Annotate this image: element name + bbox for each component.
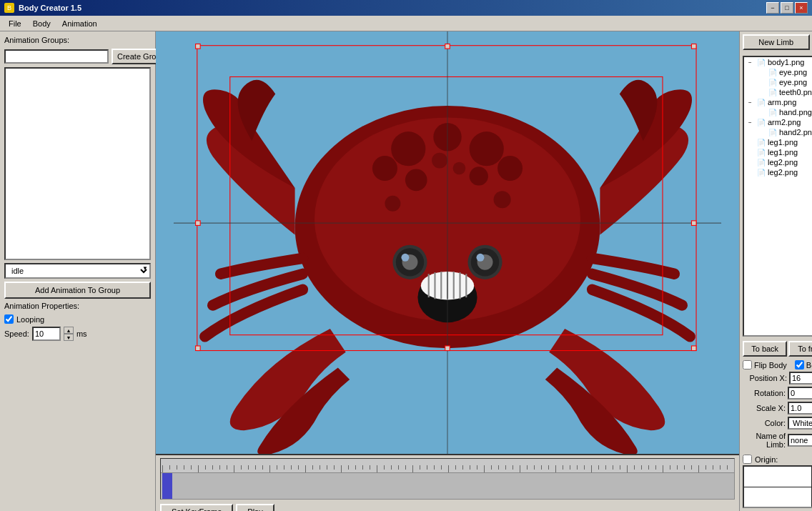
menu-file[interactable]: File	[3, 18, 27, 29]
app-icon: B	[4, 3, 14, 13]
crab-canvas	[156, 31, 739, 454]
looping-checkbox[interactable]	[4, 314, 14, 324]
to-front-button[interactable]: To front	[788, 341, 812, 357]
tree-item-arm2[interactable]: −📄arm2.png	[744, 117, 812, 127]
title-bar: B Body Creator 1.5 − □ ×	[0, 0, 812, 16]
scale-x-group: ▲ ▼	[788, 402, 812, 415]
origin-canvas[interactable]	[743, 465, 812, 508]
tree-item-arm[interactable]: −📄arm.png	[744, 97, 812, 107]
group-list[interactable]	[4, 67, 151, 260]
name-label: Name of Limb:	[743, 432, 786, 449]
to-back-button[interactable]: To back	[743, 341, 787, 357]
tree-view[interactable]: −📄body1.png📄eye.png📄eye.png📄teeth0.png−📄…	[743, 56, 812, 337]
svg-point-11	[494, 191, 511, 208]
menu-body[interactable]: Body	[27, 18, 56, 29]
pos-x-group: ▲ ▼	[789, 372, 812, 385]
app-title: Body Creator 1.5	[19, 4, 81, 12]
timeline-bar: Set KeyFrame Play	[156, 454, 739, 511]
svg-point-6	[372, 156, 397, 181]
color-select[interactable]: White Red Green Blue	[788, 417, 812, 430]
speed-unit: ms	[76, 329, 87, 338]
svg-rect-35	[196, 44, 201, 49]
scale-row: Scale X: ▲ ▼ Y: ▲ ▼	[743, 402, 812, 415]
svg-point-7	[497, 156, 523, 181]
maximize-button[interactable]: □	[781, 2, 793, 14]
tree-item-leg1b[interactable]: 📄leg1.png	[744, 147, 812, 157]
flip-body-checkbox[interactable]	[743, 360, 752, 369]
animation-dropdown[interactable]: idle	[4, 263, 151, 279]
tree-item-leg2b[interactable]: 📄leg2.png	[744, 167, 812, 177]
right-panel: New Limb Delete Limb −📄body1.png📄eye.png…	[739, 31, 812, 511]
svg-point-9	[470, 167, 488, 185]
set-keyframe-button[interactable]: Set KeyFrame	[160, 504, 233, 511]
origin-crosshair-v	[811, 467, 812, 507]
svg-point-21	[476, 254, 484, 262]
svg-point-5	[470, 132, 504, 166]
before-parent-checkbox[interactable]	[795, 360, 804, 369]
svg-rect-38	[196, 221, 201, 226]
svg-point-8	[405, 169, 427, 192]
svg-point-13	[453, 162, 466, 175]
create-group-row: Create Group	[4, 49, 151, 64]
scale-x-label: Scale X:	[743, 404, 786, 412]
properties-section: To back To front Reskin Flip Body Before…	[740, 338, 812, 452]
looping-label: Looping	[16, 315, 44, 324]
menu-animation[interactable]: Animation	[56, 18, 103, 29]
origin-crosshair-h	[744, 487, 812, 487]
svg-rect-36	[445, 44, 450, 49]
origin-section: Origin:	[740, 452, 812, 511]
limb-buttons: New Limb Delete Limb	[740, 31, 812, 53]
origin-label-row: Origin:	[743, 455, 812, 464]
anim-groups-label: Animation Groups:	[4, 36, 151, 44]
tree-item-hand[interactable]: 📄hand.png	[744, 107, 812, 117]
new-limb-button[interactable]: New Limb	[743, 34, 810, 50]
name-input[interactable]	[788, 434, 812, 447]
tree-item-leg1a[interactable]: 📄leg1.png	[744, 137, 812, 147]
color-row: Color: White Red Green Blue ▲ ▼	[743, 417, 812, 430]
speed-down-button[interactable]: ▼	[64, 334, 74, 341]
tree-item-teeth0[interactable]: 📄teeth0.png	[744, 87, 812, 97]
canvas-viewport[interactable]	[156, 31, 739, 454]
timeline-playhead[interactable]	[162, 473, 172, 499]
timeline-ruler	[162, 465, 734, 472]
position-x-label: Position X:	[743, 374, 787, 382]
anim-properties-label: Animation Properties:	[4, 302, 151, 310]
position-row: Position X: ▲ ▼ Y: ▲ ▼	[743, 372, 812, 385]
svg-point-17	[401, 254, 409, 262]
timeline-track[interactable]	[160, 458, 735, 500]
menu-bar: File Body Animation	[0, 16, 812, 31]
center-area: Set KeyFrame Play	[156, 31, 739, 511]
origin-checkbox[interactable]	[743, 455, 752, 464]
svg-point-12	[432, 153, 447, 169]
tree-item-body1[interactable]: −📄body1.png	[744, 57, 812, 67]
tree-item-eye1[interactable]: 📄eye.png	[744, 67, 812, 77]
svg-rect-39	[691, 221, 696, 226]
timeline-buttons: Set KeyFrame Play	[156, 501, 739, 511]
speed-row: Speed: ▲ ▼ ms	[4, 327, 151, 341]
add-animation-button[interactable]: Add Animation To Group	[4, 282, 151, 299]
rotation-label: Rotation:	[743, 389, 786, 397]
animation-dropdown-wrapper: idle	[4, 263, 151, 279]
tree-item-eye2[interactable]: 📄eye.png	[744, 77, 812, 87]
minimize-button[interactable]: −	[766, 2, 779, 14]
svg-rect-41	[445, 346, 450, 351]
speed-up-button[interactable]: ▲	[64, 327, 74, 334]
action-buttons-row: To back To front Reskin	[743, 341, 812, 357]
position-x-input[interactable]	[789, 372, 812, 385]
main-layout: Animation Groups: Create Group idle Add …	[0, 31, 812, 511]
speed-label: Speed:	[4, 329, 29, 338]
before-parent-label: Before Parent	[806, 361, 812, 369]
scale-x-input[interactable]	[788, 402, 812, 415]
left-panel: Animation Groups: Create Group idle Add …	[0, 31, 156, 511]
tree-item-leg2a[interactable]: 📄leg2.png	[744, 157, 812, 167]
group-name-input[interactable]	[4, 49, 109, 64]
rotation-group: ▲ ▼	[788, 387, 812, 400]
window-controls: − □ ×	[766, 2, 808, 14]
looping-row: Looping	[4, 314, 151, 324]
speed-input[interactable]	[32, 327, 61, 341]
rotation-input[interactable]	[788, 387, 812, 400]
play-button[interactable]: Play	[236, 504, 274, 511]
name-row: Name of Limb:	[743, 432, 812, 449]
close-button[interactable]: ×	[795, 2, 808, 14]
tree-item-hand2[interactable]: 📄hand2.png	[744, 127, 812, 137]
